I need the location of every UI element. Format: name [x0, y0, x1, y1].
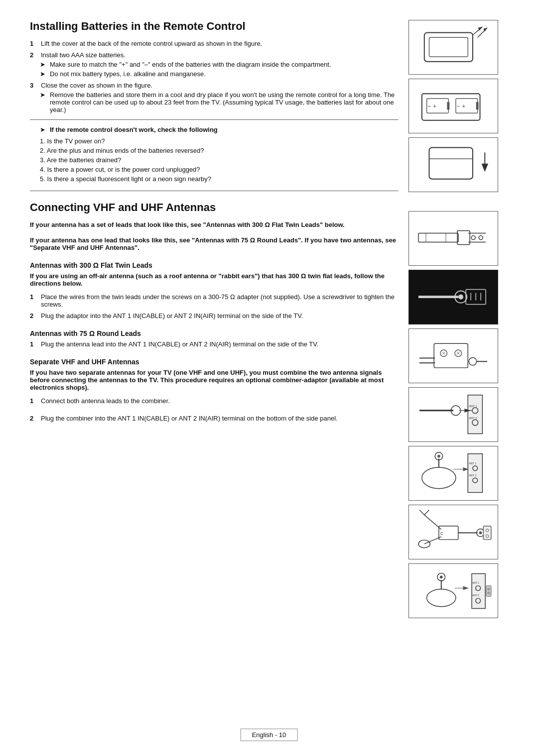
svg-text:ANT 2: ANT 2 — [472, 595, 479, 597]
antenna-300-item-2: 2 Plug the adaptor into the ANT 1 IN(CAB… — [30, 312, 399, 320]
antenna-sep-item-1: 1 Connect both antenna leads to the comb… — [30, 397, 399, 405]
battery-bullet-3-1-text: Remove the batteries and store them in a… — [50, 91, 399, 113]
svg-point-58 — [437, 455, 440, 458]
subsection-separate-intro: If you have two separate antennas for yo… — [30, 369, 399, 391]
svg-point-29 — [458, 295, 463, 300]
diagram-300-adapter — [408, 328, 498, 383]
svg-rect-34 — [434, 344, 468, 368]
diagram-battery-1 — [408, 20, 498, 75]
battery-item-1: 1 Lift the cover at the back of the remo… — [30, 40, 399, 47]
antenna-sep-item-2: 2 Plug the combiner into the ANT 1 IN(CA… — [30, 415, 399, 422]
battery-num-3: 3 — [30, 82, 37, 89]
section-antennas-title: Connecting VHF and UHF Antennas — [30, 201, 399, 214]
svg-rect-1 — [429, 38, 468, 57]
svg-rect-15 — [429, 148, 472, 179]
svg-text:C: C — [440, 532, 443, 537]
svg-text:−: − — [427, 103, 431, 109]
svg-text:ANT 2: ANT 2 — [469, 417, 477, 420]
battery-item-2: 2 Install two AAA size batteries. — [30, 51, 399, 59]
battery-item-3: 3 Close the cover as shown in the figure… — [30, 82, 399, 89]
diagram-tv-terminal-1: ANT 1 ANT 2 — [408, 387, 498, 442]
antenna-300-item-1: 1 Place the wires from the twin leads un… — [30, 293, 399, 308]
antenna-75-text-1: Plug the antenna lead into the ANT 1 IN(… — [41, 340, 318, 348]
battery-text-2: Install two AAA size batteries. — [41, 51, 126, 59]
svg-text:ANT 1: ANT 1 — [469, 462, 476, 465]
svg-point-26 — [479, 236, 483, 240]
battery-bullet-2-1: ➤ Make sure to match the "+" and "–" end… — [40, 61, 399, 68]
antenna-sep-num-1: 1 — [30, 397, 37, 405]
svg-rect-59 — [468, 454, 482, 493]
footer-text: English - 10 — [252, 731, 286, 739]
svg-line-68 — [424, 510, 429, 515]
antenna-300-num-2: 2 — [30, 312, 37, 320]
svg-point-25 — [471, 236, 475, 240]
antenna-intro-1: If your antenna has a set of leads that … — [30, 221, 399, 228]
svg-point-82 — [440, 576, 443, 579]
svg-rect-19 — [418, 233, 458, 242]
divider-2 — [30, 191, 399, 191]
battery-text-1: Lift the cover at the back of the remote… — [41, 40, 262, 47]
svg-rect-88 — [486, 586, 491, 596]
subsection-separate-title: Separate VHF and UHF Antennas — [30, 358, 399, 366]
spacer-1 — [408, 196, 508, 211]
battery-num-2: 2 — [30, 51, 37, 59]
section-antennas: Connecting VHF and UHF Antennas If your … — [30, 201, 399, 422]
page: Installing Batteries in the Remote Contr… — [0, 0, 538, 756]
diagram-combiner-1: C — [408, 505, 498, 559]
antenna-75-item-1: 1 Plug the antenna lead into the ANT 1 I… — [30, 340, 399, 348]
subsection-300-intro: If you are using an off-air antenna (suc… — [30, 272, 399, 287]
left-column: Installing Batteries in the Remote Contr… — [30, 20, 408, 622]
section-batteries: Installing Batteries in the Remote Contr… — [30, 20, 399, 191]
subsection-75-title: Antennas with 75 Ω Round Leads — [30, 329, 399, 337]
troubleshoot-3: 3. Are the batteries drained? — [40, 156, 399, 164]
battery-bullet-3-1: ➤ Remove the batteries and store them in… — [40, 91, 399, 113]
footer: English - 10 — [241, 729, 298, 741]
diagram-antenna-flat — [408, 211, 498, 266]
troubleshoot-5: 5. Is there a special fluorescent light … — [40, 175, 399, 183]
antenna-intro-2: If your antenna has one lead that looks … — [30, 236, 399, 251]
svg-rect-12 — [476, 102, 479, 110]
svg-marker-92 — [463, 586, 469, 590]
divider-1 — [30, 119, 399, 120]
antenna-sep-text-2: Plug the combiner into the ANT 1 IN(CABL… — [41, 415, 338, 422]
svg-text:ANT 2: ANT 2 — [469, 474, 476, 477]
svg-text:+: + — [433, 103, 436, 109]
svg-rect-46 — [468, 395, 482, 434]
antenna-sep-text-1: Connect both antenna leads to the combin… — [41, 397, 170, 405]
svg-text:+: + — [462, 103, 465, 109]
right-column: + − + − — [408, 20, 508, 622]
troubleshoot-title: If the remote control doesn't work, chec… — [50, 126, 218, 133]
diagram-battery-3 — [408, 137, 498, 192]
svg-point-43 — [469, 358, 477, 366]
battery-text-3: Close the cover as shown in the figure. — [41, 82, 152, 89]
battery-num-1: 1 — [30, 40, 37, 47]
diagram-tv-terminal-2: ANT 1 ANT 2 — [408, 446, 498, 501]
svg-rect-0 — [424, 33, 473, 62]
diagram-battery-2: + − + − — [408, 79, 498, 133]
svg-text:−: − — [457, 103, 460, 109]
svg-rect-22 — [457, 231, 470, 245]
svg-rect-8 — [447, 102, 449, 110]
subsection-separate: Separate VHF and UHF Antennas If you hav… — [30, 358, 399, 422]
battery-bullet-2-2: ➤ Do not mix battery types, i.e. alkalin… — [40, 70, 399, 78]
arrow-icon-4: ➤ — [40, 126, 47, 133]
antenna-300-text-2: Plug the adaptor into the ANT 1 IN(CABLE… — [41, 312, 303, 320]
svg-line-67 — [419, 510, 424, 515]
troubleshoot-header: ➤ If the remote control doesn't work, ch… — [40, 126, 399, 133]
antenna-75-num-1: 1 — [30, 340, 37, 348]
troubleshoot-4: 4. Is there a power cut, or is the power… — [40, 166, 399, 173]
battery-bullet-2-1-text: Make sure to match the "+" and "–" ends … — [50, 61, 331, 68]
arrow-icon-1: ➤ — [40, 61, 47, 68]
battery-bullet-2-2-text: Do not mix battery types, i.e. alkaline … — [50, 70, 206, 78]
subsection-300: Antennas with 300 Ω Flat Twin Leads If y… — [30, 261, 399, 320]
subsection-300-title: Antennas with 300 Ω Flat Twin Leads — [30, 261, 399, 269]
section-batteries-title: Installing Batteries in the Remote Contr… — [30, 20, 399, 33]
svg-point-55 — [422, 467, 456, 489]
diagram-combiner-2: ANT 1 ANT 2 — [408, 563, 498, 618]
antenna-300-text-1: Place the wires from the twin leads unde… — [41, 293, 399, 308]
troubleshoot-2: 2. Are the plus and minus ends of the ba… — [40, 147, 399, 154]
antenna-sep-num-2: 2 — [30, 415, 37, 422]
svg-point-75 — [479, 532, 482, 535]
svg-point-79 — [427, 589, 456, 607]
arrow-icon-2: ➤ — [40, 70, 47, 78]
